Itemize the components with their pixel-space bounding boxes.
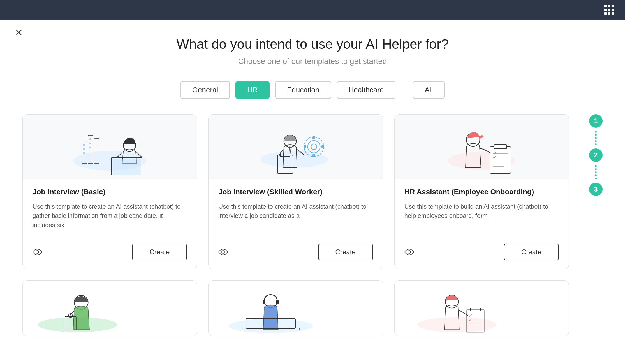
card-partial-2 [208,280,383,336]
cards-area: 1 2 3 [22,114,603,336]
tab-general[interactable]: General [180,81,230,99]
create-button-2[interactable]: Create [318,244,373,260]
card-job-interview-basic: Job Interview (Basic) Use this template … [22,114,197,269]
svg-point-35 [408,251,411,253]
card-job-interview-skilled: Job Interview (Skilled Worker) Use this … [208,114,383,269]
create-button-3[interactable]: Create [504,244,559,260]
illustration-bottom-3 [395,281,569,336]
card-title-2: Job Interview (Skilled Worker) [218,187,373,197]
card-partial-3 [394,280,569,336]
svg-rect-43 [276,300,279,304]
svg-rect-49 [470,308,480,311]
svg-point-39 [68,314,72,318]
cards-grid: Job Interview (Basic) Use this template … [22,114,569,269]
illustration-job-basic [65,119,155,175]
create-button-1[interactable]: Create [132,244,187,260]
tab-education[interactable]: Education [275,81,331,99]
svg-rect-5 [83,148,85,150]
svg-rect-42 [263,300,265,304]
tab-healthcare[interactable]: Healthcare [337,81,396,99]
svg-point-26 [222,251,224,253]
preview-icon-3[interactable] [404,249,414,255]
svg-point-15 [261,151,328,168]
step-dots-2 [595,162,597,183]
svg-rect-8 [89,143,91,144]
card-desc-1: Use this template to create an AI assist… [33,202,187,230]
card-partial-1 [22,280,197,336]
step-indicators: 1 2 3 [589,114,603,206]
illustration-hr-assistant [437,119,526,175]
card-body-2: Job Interview (Skilled Worker) Use this … [209,179,383,244]
svg-point-14 [36,251,39,253]
svg-rect-30 [494,145,507,149]
svg-rect-7 [89,138,91,140]
svg-rect-23 [312,154,315,157]
svg-rect-4 [83,144,85,146]
card-footer-2: Create [209,244,383,269]
close-button[interactable]: × [15,27,22,38]
illustration-job-skilled [251,119,341,175]
illustration-bottom-2 [209,281,383,336]
card-desc-2: Use this template to create an AI assist… [218,202,373,230]
card-hr-assistant: HR Assistant (Employee Onboarding) Use t… [394,114,569,269]
card-image-1 [23,115,197,179]
step-3: 3 [589,183,603,196]
card-footer-3: Create [395,244,569,269]
card-title-1: Job Interview (Basic) [33,187,187,197]
bottom-cards [22,280,569,336]
svg-rect-24 [304,145,306,148]
svg-rect-22 [312,136,315,139]
card-image-2 [209,115,383,179]
page-title: What do you intend to use your AI Helper… [176,36,448,52]
step-1: 1 [589,114,603,128]
card-body-1: Job Interview (Basic) Use this template … [23,179,197,244]
card-footer-1: Create [23,244,197,269]
svg-rect-6 [83,152,85,154]
tab-divider [404,83,404,97]
tab-hr[interactable]: HR [235,81,270,99]
step-dots-1 [595,128,597,148]
preview-icon-2[interactable] [218,249,228,255]
card-desc-3: Use this template to build an AI assista… [404,202,559,230]
step-2: 2 [589,148,603,162]
svg-rect-13 [113,159,141,175]
svg-point-21 [311,144,317,150]
card-image-3 [395,115,569,179]
illustration-bottom-1 [23,281,197,336]
svg-rect-29 [490,147,511,173]
card-title-3: HR Assistant (Employee Onboarding) [404,187,559,197]
page-subtitle: Choose one of our templates to get start… [238,57,387,66]
top-bar [0,0,625,20]
svg-rect-9 [89,147,91,148]
svg-rect-25 [321,145,324,148]
apps-grid-icon[interactable] [604,5,614,15]
step-line-bottom [596,197,596,206]
svg-point-20 [308,141,320,153]
main-content: What do you intend to use your AI Helper… [0,20,625,347]
card-body-3: HR Assistant (Employee Onboarding) Use t… [395,179,569,244]
tab-all[interactable]: All [413,81,445,99]
preview-icon-1[interactable] [33,249,42,255]
tabs-container: General HR Education Healthcare All [180,81,445,99]
